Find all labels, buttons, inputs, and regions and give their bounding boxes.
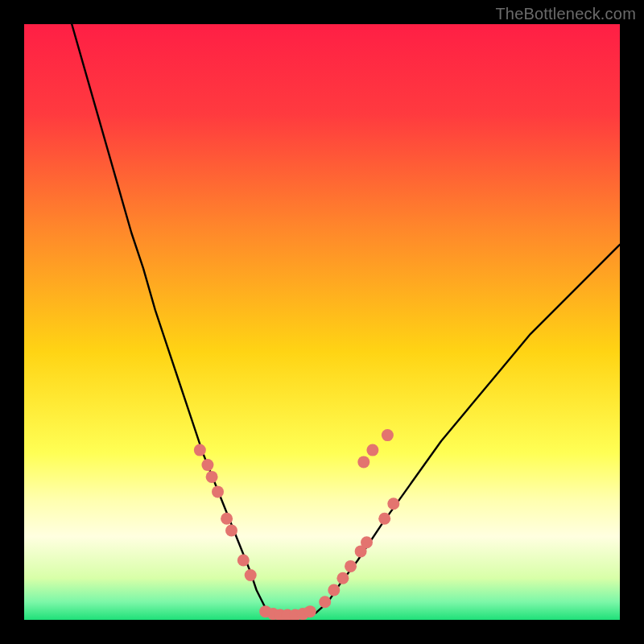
data-point xyxy=(245,569,257,581)
data-point xyxy=(194,444,206,456)
data-point xyxy=(387,497,399,510)
data-point xyxy=(237,555,250,567)
data-point xyxy=(328,584,340,597)
data-point xyxy=(345,560,357,572)
plot-area xyxy=(24,24,620,620)
data-point xyxy=(361,536,373,548)
chart-frame: TheBottleneck.com xyxy=(0,0,644,644)
data-point xyxy=(336,572,349,584)
curve-segment xyxy=(316,245,620,613)
curve-layer xyxy=(24,24,620,620)
data-point xyxy=(319,596,331,608)
data-point xyxy=(206,471,218,483)
data-point xyxy=(366,444,378,456)
watermark-text: TheBottleneck.com xyxy=(495,5,636,23)
data-point xyxy=(225,525,237,537)
curve-segment xyxy=(72,24,268,614)
data-point xyxy=(304,605,316,617)
data-point xyxy=(201,459,213,471)
data-point xyxy=(378,513,390,525)
data-point xyxy=(221,513,233,525)
data-point xyxy=(382,429,394,441)
data-point xyxy=(357,456,369,468)
data-point xyxy=(212,485,224,497)
